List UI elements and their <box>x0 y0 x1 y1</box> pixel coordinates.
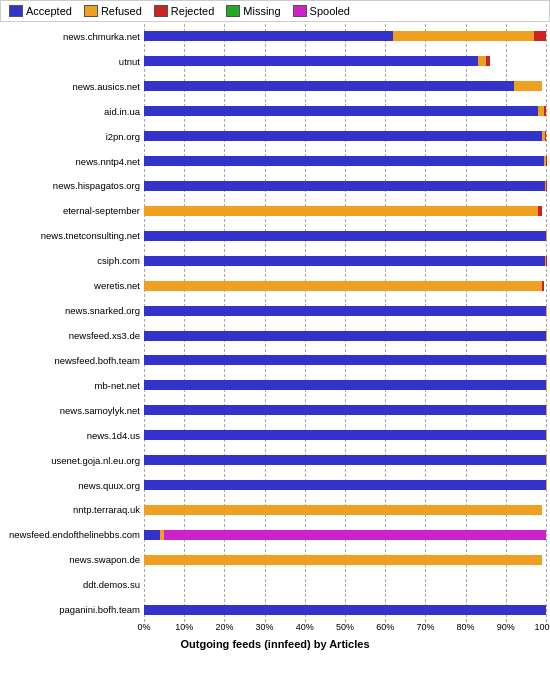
y-label: weretis.net <box>4 273 144 298</box>
x-axis-label: 60% <box>376 622 394 632</box>
table-row: 5717447 <box>144 74 546 99</box>
bar-segment <box>144 156 544 166</box>
bar-segment <box>144 331 546 341</box>
legend: Accepted Refused Rejected Missing Spoole… <box>0 0 550 22</box>
table-row: 6840127 <box>144 99 546 124</box>
legend-accepted-label: Accepted <box>26 5 72 17</box>
legend-spooled-label: Spooled <box>310 5 350 17</box>
y-axis-labels: news.chmurka.netutnutnews.ausics.netaid.… <box>4 24 144 622</box>
y-label: newsfeed.xs3.de <box>4 323 144 348</box>
bar-segment <box>478 56 486 66</box>
bar-segment <box>144 56 478 66</box>
accepted-color-swatch <box>9 5 23 17</box>
bar-group: 68401143 <box>144 56 546 66</box>
bar-group: 67646 <box>144 331 546 341</box>
bar-segment <box>144 505 542 515</box>
y-label: newsfeed.bofh.team <box>4 348 144 373</box>
y-label: mb-net.net <box>4 373 144 398</box>
y-label: news.tnetconsulting.net <box>4 223 144 248</box>
bar-segment <box>144 555 542 565</box>
y-label: news.swapon.de <box>4 547 144 572</box>
bar-segment <box>144 131 542 141</box>
y-label: newsfeed.endofthelinebbs.com <box>4 522 144 547</box>
table-row: 68396 <box>144 223 546 248</box>
bar-group: 65485 <box>144 380 546 390</box>
table-row: 67445 <box>144 473 546 498</box>
y-label: csiph.com <box>4 248 144 273</box>
y-label: paganini.bofh.team <box>4 597 144 622</box>
y-label: usenet.goja.nl.eu.org <box>4 448 144 473</box>
bar-segment <box>144 605 546 615</box>
bar-group: 29234 <box>144 505 546 515</box>
bar-group: 67445 <box>144 480 546 490</box>
bar-segment <box>544 106 546 116</box>
table-row: 790530 <box>144 149 546 174</box>
bar-segment <box>144 181 545 191</box>
missing-color-swatch <box>226 5 240 17</box>
legend-refused-label: Refused <box>101 5 142 17</box>
bar-group: 66265 <box>144 430 546 440</box>
y-label: utnut <box>4 49 144 74</box>
spooled-color-swatch <box>293 5 307 17</box>
table-row: 65485 <box>144 373 546 398</box>
table-row: 56595 <box>144 398 546 423</box>
bar-group: 66233055 <box>144 31 546 41</box>
bar-segment <box>545 131 546 141</box>
table-row: 67171 <box>144 522 546 547</box>
y-label: news.hispagatos.org <box>4 174 144 199</box>
y-label: news.chmurka.net <box>4 24 144 49</box>
x-axis-label: 0% <box>137 622 150 632</box>
chart-container: Accepted Refused Rejected Missing Spoole… <box>0 0 550 680</box>
bar-group: 68396 <box>144 231 546 241</box>
y-label: ddt.demos.su <box>4 572 144 597</box>
legend-refused: Refused <box>84 5 142 17</box>
bar-rows: 6623305568401143571744768401276554567905… <box>144 24 546 622</box>
bar-segment <box>144 281 542 291</box>
y-label: news.1d4.us <box>4 423 144 448</box>
bar-group: 68356 <box>144 256 546 266</box>
bar-segment <box>144 231 546 241</box>
table-row: 788426 <box>144 174 546 199</box>
x-axis-labels: 0%10%20%30%40%50%60%70%80%90%100% <box>144 622 546 636</box>
legend-rejected: Rejected <box>154 5 214 17</box>
bars-section: 6623305568401143571744768401276554567905… <box>144 24 546 622</box>
bar-segment <box>144 430 546 440</box>
bar-segment <box>144 206 538 216</box>
legend-rejected-label: Rejected <box>171 5 214 17</box>
y-label: news.quux.org <box>4 473 144 498</box>
y-label: i2pn.org <box>4 124 144 149</box>
x-axis-label: 30% <box>256 622 274 632</box>
table-row: 67796 <box>144 298 546 323</box>
bar-group: 64695 <box>144 355 546 365</box>
legend-missing-label: Missing <box>243 5 280 17</box>
rejected-color-swatch <box>154 5 168 17</box>
bar-segment <box>144 530 160 540</box>
x-axis-label: 100% <box>534 622 550 632</box>
y-label: news.ausics.net <box>4 74 144 99</box>
bar-group: 54665 <box>144 455 546 465</box>
bar-segment <box>144 455 546 465</box>
refused-color-swatch <box>84 5 98 17</box>
bar-segment <box>534 31 546 41</box>
bar-group: 56595 <box>144 405 546 415</box>
table-row: 300 <box>144 572 546 597</box>
x-axis-title: Outgoing feeds (innfeed) by Articles <box>4 638 546 650</box>
table-row: 95100 <box>144 597 546 622</box>
bar-segment <box>542 281 544 291</box>
table-row: 68356 <box>144 248 546 273</box>
bar-group: 788426 <box>144 181 546 191</box>
bar-group: 655456 <box>144 131 546 141</box>
bar-group: 67796 <box>144 306 546 316</box>
bar-group: 300 <box>144 580 546 590</box>
x-axis-label: 90% <box>497 622 515 632</box>
x-axis-label: 10% <box>175 622 193 632</box>
y-label: news.snarked.org <box>4 298 144 323</box>
x-axis-label: 50% <box>336 622 354 632</box>
bar-segment <box>144 31 393 41</box>
y-label: eternal-september <box>4 198 144 223</box>
bar-segment <box>514 81 542 91</box>
table-row: 66265 <box>144 423 546 448</box>
bar-segment <box>144 81 514 91</box>
table-row: 68401143 <box>144 49 546 74</box>
table-row: 7421 <box>144 547 546 572</box>
